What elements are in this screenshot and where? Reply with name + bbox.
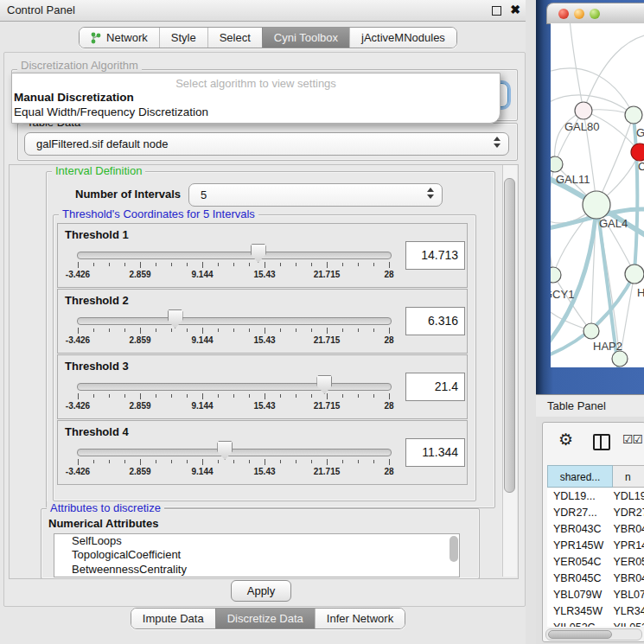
table-cell-name[interactable]: YBR045C: [613, 571, 644, 587]
list-scrollbar-thumb[interactable]: [450, 536, 458, 562]
table-row[interactable]: YDL19...YDL19...: [547, 488, 644, 505]
table-row[interactable]: YBR045CYBR045C: [547, 571, 644, 587]
table-cell-shared-name[interactable]: YIL052C: [547, 620, 613, 627]
table-cell-name[interactable]: YBL079W: [613, 587, 644, 603]
network-node-h[interactable]: [625, 265, 644, 284]
table-cell-shared-name[interactable]: YLR345W: [547, 603, 613, 620]
attribute-item-topologicalcoefficient[interactable]: TopologicalCoefficient: [54, 548, 459, 562]
checkbox-icons[interactable]: ☑☑: [622, 432, 642, 446]
attribute-item-selfloops[interactable]: SelfLoops: [54, 534, 459, 548]
slider-track[interactable]: [77, 449, 392, 456]
network-node-hap2[interactable]: [583, 323, 599, 339]
horizontal-scrollbar[interactable]: [545, 628, 642, 641]
number-of-intervals-combobox[interactable]: 5: [188, 183, 443, 207]
algorithm-option-equal-width-frequency-discretization[interactable]: Equal Width/Frequency Discretization: [12, 105, 500, 119]
slider-thumb[interactable]: [316, 375, 332, 394]
slider-thumb[interactable]: [251, 244, 266, 263]
table-cell-name[interactable]: YLR345W: [613, 603, 644, 620]
table-cell-shared-name[interactable]: YDL19...: [547, 488, 613, 505]
network-node-gal[interactable]: [625, 106, 642, 124]
table-cell-shared-name[interactable]: YER054C: [547, 554, 613, 571]
slider-track[interactable]: [77, 252, 392, 259]
table-cell-name[interactable]: YDL19...: [613, 488, 644, 505]
threshold-value-field[interactable]: 11.344: [405, 438, 465, 467]
slider-thumb[interactable]: [217, 441, 233, 460]
column-header-shared[interactable]: shared...: [547, 465, 613, 488]
zoom-traffic-light-icon[interactable]: [590, 9, 600, 19]
minimize-traffic-light-icon[interactable]: [574, 9, 584, 19]
table-row[interactable]: YLR345WYLR345W: [547, 603, 644, 620]
table-cell-shared-name[interactable]: YBR043C: [547, 521, 613, 538]
tab-infer-network[interactable]: Infer Network: [315, 609, 405, 628]
table-cell-name[interactable]: YDR27...: [613, 505, 644, 521]
table-cell-name[interactable]: YPR145W: [613, 538, 644, 554]
tab-network[interactable]: Network: [80, 28, 159, 48]
float-window-icon[interactable]: [492, 6, 501, 16]
slider-tick: [171, 460, 172, 463]
gear-icon[interactable]: ⚙: [558, 430, 573, 450]
column-header-name[interactable]: n: [613, 465, 644, 488]
tab-cyni-toolbox[interactable]: Cyni Toolbox: [262, 28, 349, 48]
network-node-gcy1[interactable]: [551, 267, 561, 283]
table-panel-region: ⚙ ☑☑ shared... n YDL19...YDL19...YDR27..…: [536, 417, 644, 644]
network-window-titlebar[interactable]: [546, 3, 644, 24]
table-cell-shared-name[interactable]: YDR27...: [547, 505, 613, 521]
stepper-arrows-icon: [494, 137, 501, 148]
horizontal-scrollbar-thumb[interactable]: [548, 630, 612, 639]
table-cell-shared-name[interactable]: YBL079W: [547, 587, 613, 603]
table-cell-name[interactable]: YBR043C: [613, 521, 644, 538]
apply-button[interactable]: Apply: [231, 580, 291, 602]
panel-divider[interactable]: [526, 0, 536, 644]
network-node-gal11[interactable]: [551, 156, 563, 172]
network-canvas[interactable]: GAL80 GAL C GAL11 GAL4 GCY1 H HAP2: [551, 23, 644, 367]
slider-tick: [358, 328, 359, 332]
tab-jactivemnodules[interactable]: jActiveMNodules: [349, 28, 456, 48]
slider-tick-label: 28: [370, 270, 408, 279]
algorithm-option-manual-discretization[interactable]: Manual Discretization: [12, 90, 500, 105]
split-view-icon[interactable]: [593, 434, 610, 450]
slider-tick: [156, 394, 156, 398]
algorithm-group-title: Discretization Algorithm: [17, 59, 142, 72]
table-data-combobox[interactable]: galFiltered.sif default node: [24, 132, 509, 156]
table-row[interactable]: YDR27...YDR27...: [547, 505, 644, 521]
tab-label: Impute Data: [143, 612, 204, 625]
threshold-value-field[interactable]: 21.4: [405, 373, 465, 401]
table-row[interactable]: YBL079WYBL079W: [547, 587, 644, 603]
table-cell-shared-name[interactable]: YBR045C: [547, 571, 613, 587]
slider-track[interactable]: [77, 317, 392, 325]
tab-impute-data[interactable]: Impute Data: [131, 609, 215, 628]
tab-label: Select: [220, 31, 251, 44]
threshold-value-field[interactable]: 6.316: [405, 307, 465, 335]
attribute-item-betweennesscentrality[interactable]: BetweennessCentrality: [54, 563, 459, 577]
tab-label: Style: [171, 31, 196, 44]
table-cell-name[interactable]: YIL052C: [613, 620, 644, 627]
network-desktop-region: GAL80 GAL C GAL11 GAL4 GCY1 H HAP2 Table…: [536, 0, 644, 644]
table-rows: YDL19...YDL19...YDR27...YDR27...YBR043CY…: [547, 488, 644, 627]
network-node-gal80[interactable]: [575, 102, 592, 119]
close-icon[interactable]: ✖: [510, 3, 520, 16]
vertical-scrollbar-thumb[interactable]: [504, 178, 515, 493]
table-cell-name[interactable]: YER054C: [613, 554, 644, 571]
slider-tick-label: 15.43: [245, 270, 284, 279]
numerical-attributes-list[interactable]: SelfLoopsTopologicalCoefficientBetweenne…: [54, 533, 460, 577]
tab-style[interactable]: Style: [159, 28, 207, 48]
tab-discretize-data[interactable]: Discretize Data: [215, 609, 315, 628]
table-row[interactable]: YPR145WYPR145W: [547, 538, 644, 554]
network-node-bottom[interactable]: [612, 351, 628, 367]
slider-tick: [171, 328, 172, 332]
slider-track[interactable]: [77, 383, 392, 391]
slider-thumb[interactable]: [168, 309, 183, 328]
table-row[interactable]: YIL052CYIL052C: [547, 620, 644, 627]
slider-tick-label: 28: [370, 467, 408, 476]
threshold-value-field[interactable]: 14.713: [405, 241, 465, 270]
slider-tick: [78, 459, 79, 465]
tab-select[interactable]: Select: [207, 28, 262, 48]
table-row[interactable]: YBR043CYBR043C: [547, 521, 644, 538]
network-node-red[interactable]: [631, 143, 644, 161]
table-row[interactable]: YER054CYER054C: [547, 554, 644, 571]
threshold-label: Threshold 3: [65, 360, 129, 373]
close-traffic-light-icon[interactable]: [558, 9, 569, 19]
table-cell-shared-name[interactable]: YPR145W: [547, 538, 613, 554]
network-node-gal4[interactable]: [583, 191, 610, 219]
slider-tick-label: 15.43: [245, 335, 284, 345]
